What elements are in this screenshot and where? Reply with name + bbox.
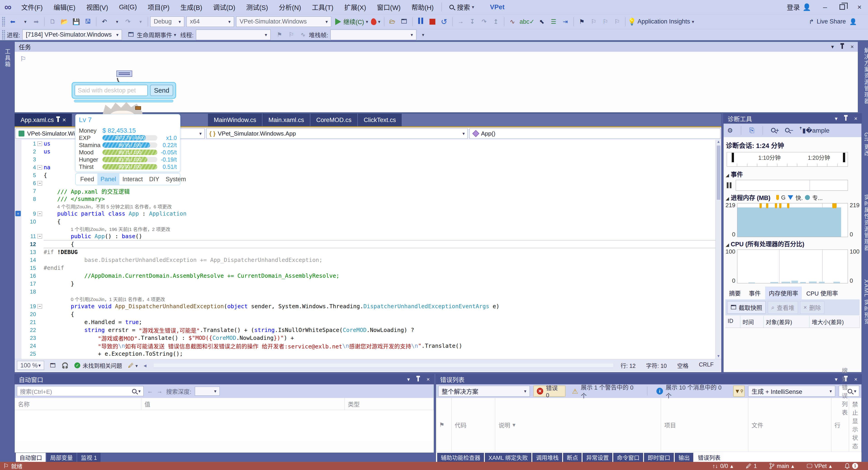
tool-tab-调用堆栈[interactable]: 调用堆栈 bbox=[532, 453, 562, 462]
eol-indicator[interactable]: CRLF bbox=[699, 361, 714, 370]
live-share-button[interactable]: ↱ Live Share bbox=[807, 16, 847, 28]
line-indicator[interactable]: 行: 12 bbox=[620, 361, 636, 370]
menu-item-分析(N)[interactable]: 分析(N) bbox=[274, 0, 307, 14]
column-header-时间[interactable]: 时间 bbox=[740, 316, 764, 327]
collapse-icon[interactable]: − bbox=[37, 142, 42, 146]
pet-tab-Feed[interactable]: Feed bbox=[77, 174, 97, 185]
right-tab-实时属性资源管理器[interactable]: 实时属性资源管理器 bbox=[863, 194, 868, 251]
spaces-indicator[interactable]: 空格 bbox=[677, 361, 688, 370]
menu-item-调试(D)[interactable]: 调试(D) bbox=[208, 0, 241, 14]
branch-selector-button[interactable]: main ▴ bbox=[770, 463, 794, 469]
close-button[interactable]: × bbox=[851, 0, 868, 14]
parallel-stacks-icon[interactable]: ∿ bbox=[297, 29, 309, 41]
window-position-dropdown[interactable]: ▾ bbox=[407, 376, 410, 382]
notifications-bell-button[interactable]: 1 bbox=[844, 463, 858, 469]
messages-filter-button[interactable]: i 展示 10 个消息中的 0 个 bbox=[653, 386, 730, 397]
right-tab-解决方案资源管理器[interactable]: 解决方案资源管理器 bbox=[863, 48, 868, 104]
column-header-项目[interactable]: 项目 bbox=[661, 398, 748, 452]
pointer-mode-button[interactable]: ⬉ bbox=[536, 16, 548, 28]
application-window-button[interactable]: 🗔 bbox=[398, 16, 410, 28]
document-tab-MainWindow.cs[interactable]: MainWindow.cs bbox=[208, 114, 262, 126]
diag-button-查看堆[interactable]: ⌕查看堆 bbox=[768, 301, 798, 314]
step-over-button[interactable]: ↷ bbox=[478, 16, 490, 28]
pet-tab-System[interactable]: System bbox=[162, 174, 189, 185]
flag-icon[interactable]: ⚐ bbox=[20, 55, 26, 63]
tool-tab-局部变量[interactable]: 局部变量 bbox=[46, 453, 76, 462]
window-position-dropdown[interactable]: ▾ bbox=[835, 116, 837, 122]
format-document-button[interactable]: ☰ bbox=[548, 16, 559, 28]
export-icon[interactable]: ⎘ bbox=[749, 127, 754, 134]
sync-commits-button[interactable]: ↑↓ 0/0 ▴ bbox=[712, 463, 733, 469]
events-section-header[interactable]: ◢事件 bbox=[726, 170, 860, 179]
diag-button-删除[interactable]: ×删除 bbox=[800, 301, 825, 314]
save-all-button[interactable]: 🖫 bbox=[82, 16, 94, 28]
new-project-button[interactable]: 🗋 bbox=[47, 16, 59, 28]
code-health-indicator[interactable]: ✓ 未找到相关问题 bbox=[74, 361, 122, 370]
restart-button[interactable]: ↺ bbox=[438, 16, 450, 28]
scroll-up-icon[interactable]: ▲ bbox=[717, 139, 720, 144]
navigate-back-button[interactable]: ⬅ bbox=[7, 16, 19, 28]
feedback-button[interactable]: ⚐ 就绪 bbox=[3, 462, 22, 470]
next-bookmark-button[interactable]: ⚐ bbox=[599, 16, 611, 28]
close-icon[interactable]: × bbox=[854, 116, 857, 122]
participants-icon[interactable]: 👤 bbox=[847, 16, 859, 28]
stackframe-dropdown[interactable]: ▾ bbox=[331, 30, 416, 40]
tool-tab-错误列表[interactable]: 错误列表 bbox=[694, 453, 724, 462]
horizontal-scrollbar[interactable] bbox=[153, 363, 614, 368]
column-header-说明[interactable]: 说明▾ bbox=[495, 398, 661, 452]
diagnostics-tab-内存使用率[interactable]: 内存使用率 bbox=[765, 286, 802, 300]
diag-button-截取快照[interactable]: 🗔截取快照 bbox=[727, 301, 766, 314]
right-tab-XAML 实时预览[interactable]: XAML 实时预览 bbox=[863, 279, 868, 325]
collapse-icon[interactable]: − bbox=[37, 304, 42, 309]
collapse-icon[interactable]: − bbox=[37, 234, 42, 239]
pet-tab-DIY[interactable]: DIY bbox=[146, 174, 162, 185]
menu-item-扩展(X)[interactable]: 扩展(X) bbox=[339, 0, 372, 14]
repository-button[interactable]: 🖵 VPet ▴ bbox=[807, 463, 832, 469]
column-indicator[interactable]: 字符: 10 bbox=[646, 361, 667, 370]
tool-tab-监视 1[interactable]: 监视 1 bbox=[77, 453, 101, 462]
bookmark-button[interactable]: ⚑ bbox=[576, 16, 588, 28]
sidebar-tab-toolbox[interactable]: 工具箱 bbox=[3, 49, 11, 68]
find-in-files-button[interactable]: 🗁 bbox=[386, 16, 398, 28]
lifecycle-events-icon[interactable]: 🗔 bbox=[125, 29, 137, 41]
menu-item-测试(S)[interactable]: 测试(S) bbox=[241, 0, 274, 14]
tool-tab-异常设置[interactable]: 异常设置 bbox=[583, 453, 612, 462]
document-tab-CoreMOD.cs[interactable]: CoreMOD.cs bbox=[310, 114, 358, 126]
task-pane-titlebar[interactable]: 任务 ▾ × bbox=[15, 42, 858, 52]
configuration-dropdown[interactable]: Debug▾ bbox=[150, 17, 184, 27]
tool-tab-断点[interactable]: 断点 bbox=[563, 453, 582, 462]
search-depth-dropdown[interactable]: ▾ bbox=[195, 387, 220, 396]
cpu-chart[interactable] bbox=[737, 249, 848, 283]
memory-section-header[interactable]: ◢进程内存 (MB) G快.专... bbox=[726, 193, 860, 202]
menu-item-Git(G)[interactable]: Git(G) bbox=[114, 0, 142, 14]
column-header-禁止显示状态[interactable]: 禁止显示状态 bbox=[849, 398, 862, 452]
thread-dropdown[interactable]: ▾ bbox=[196, 30, 271, 40]
spell-check-button[interactable]: abc✓ bbox=[518, 16, 536, 28]
open-file-button[interactable]: 📂 bbox=[59, 16, 70, 28]
autos-body[interactable] bbox=[15, 410, 434, 441]
column-header-文件[interactable]: 文件 bbox=[748, 398, 831, 452]
column-header-flag[interactable]: ⚑ bbox=[436, 398, 452, 452]
diagnostics-titlebar[interactable]: 诊断工具 ▾ × bbox=[723, 114, 862, 124]
diagnostics-tab-事件[interactable]: 事件 bbox=[745, 286, 764, 300]
application-insights-button[interactable]: Application Insights▾ bbox=[636, 16, 695, 28]
zoom-dropdown[interactable]: 100 %▾ bbox=[17, 361, 44, 370]
type-dropdown[interactable]: { } VPet_Simulator.Windows.App ▾ bbox=[206, 128, 468, 139]
session-timeline[interactable]: 1:10分钟 1:20分钟 bbox=[727, 152, 848, 166]
document-tab-App.xaml.cs[interactable]: App.xaml.cs× bbox=[15, 114, 72, 126]
codelens-text[interactable]: 0 个引用|ZouJin，1 天前|1 名作者，4 项更改 bbox=[71, 295, 165, 302]
hscroll-left-icon[interactable]: ◂ bbox=[144, 362, 147, 369]
window-position-dropdown[interactable]: ▾ bbox=[835, 376, 837, 382]
code-editor[interactable]: 1−us2us34−na5{6−7/// App.xaml 的交互逻辑8/// … bbox=[15, 139, 715, 359]
indent-button[interactable]: ⇥ bbox=[559, 16, 571, 28]
reset-view-icon[interactable]: ꜛ▮�ample bbox=[799, 127, 829, 134]
pin-icon[interactable] bbox=[845, 117, 846, 121]
tool-tab-辅助功能检查器[interactable]: 辅助功能检查器 bbox=[437, 453, 484, 462]
scroll-down-icon[interactable]: ▼ bbox=[717, 354, 720, 358]
zoom-in-icon[interactable]: + bbox=[771, 127, 779, 134]
document-tab-ClickText.cs[interactable]: ClickText.cs bbox=[358, 114, 402, 126]
pet-say-input[interactable]: Said with desktop pet bbox=[74, 85, 148, 96]
menu-item-工具(T)[interactable]: 工具(T) bbox=[307, 0, 339, 14]
search-button[interactable]: 搜索 ▾ bbox=[444, 0, 480, 14]
tool-tab-输出[interactable]: 输出 bbox=[675, 453, 693, 462]
